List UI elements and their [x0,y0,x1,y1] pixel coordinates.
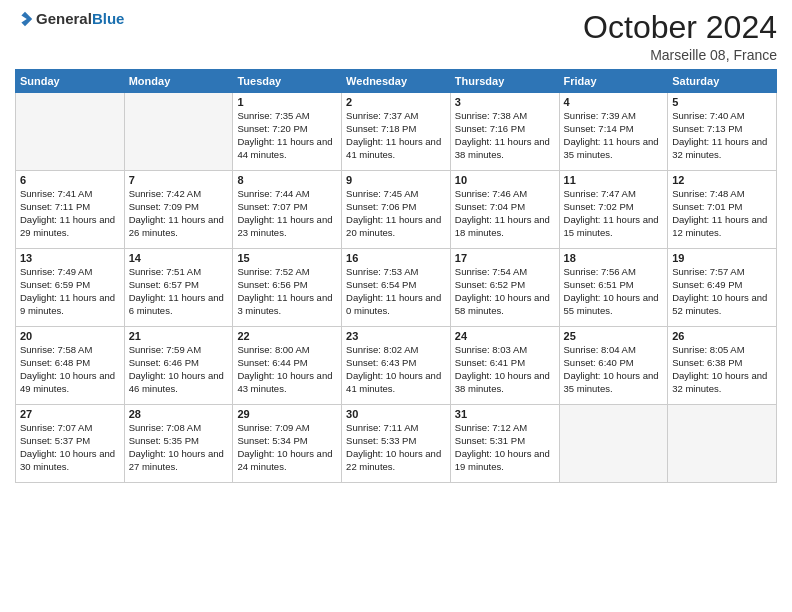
calendar-cell [16,93,125,171]
day-number: 9 [346,174,446,186]
day-number: 1 [237,96,337,108]
calendar-cell: 6Sunrise: 7:41 AMSunset: 7:11 PMDaylight… [16,171,125,249]
daylight-text: Daylight: 10 hours and [672,370,772,383]
sunset-text: Sunset: 6:52 PM [455,279,555,292]
sunset-text: Sunset: 5:35 PM [129,435,229,448]
day-number: 27 [20,408,120,420]
sunrise-text: Sunrise: 8:02 AM [346,344,446,357]
day-number: 21 [129,330,229,342]
day-number: 17 [455,252,555,264]
sunset-text: Sunset: 7:11 PM [20,201,120,214]
sunset-text: Sunset: 7:13 PM [672,123,772,136]
daylight-minutes-text: 18 minutes. [455,227,555,240]
daylight-text: Daylight: 11 hours and [237,136,337,149]
daylight-text: Daylight: 11 hours and [20,214,120,227]
sunrise-text: Sunrise: 7:53 AM [346,266,446,279]
calendar-cell: 1Sunrise: 7:35 AMSunset: 7:20 PMDaylight… [233,93,342,171]
calendar-cell: 27Sunrise: 7:07 AMSunset: 5:37 PMDayligh… [16,405,125,483]
calendar-cell: 12Sunrise: 7:48 AMSunset: 7:01 PMDayligh… [668,171,777,249]
calendar-cell: 11Sunrise: 7:47 AMSunset: 7:02 PMDayligh… [559,171,668,249]
sunrise-text: Sunrise: 7:09 AM [237,422,337,435]
daylight-minutes-text: 46 minutes. [129,383,229,396]
daylight-minutes-text: 24 minutes. [237,461,337,474]
sunrise-text: Sunrise: 8:00 AM [237,344,337,357]
svg-marker-0 [21,12,32,26]
daylight-text: Daylight: 10 hours and [455,448,555,461]
day-number: 15 [237,252,337,264]
day-number: 22 [237,330,337,342]
daylight-text: Daylight: 10 hours and [20,448,120,461]
daylight-minutes-text: 35 minutes. [564,149,664,162]
sunset-text: Sunset: 7:06 PM [346,201,446,214]
sunset-text: Sunset: 6:51 PM [564,279,664,292]
sunrise-text: Sunrise: 7:42 AM [129,188,229,201]
daylight-text: Daylight: 11 hours and [237,292,337,305]
sunrise-text: Sunrise: 7:12 AM [455,422,555,435]
sunrise-text: Sunrise: 7:57 AM [672,266,772,279]
logo-blue: Blue [92,10,125,27]
col-sunday: Sunday [16,70,125,93]
calendar-cell: 16Sunrise: 7:53 AMSunset: 6:54 PMDayligh… [342,249,451,327]
calendar-cell: 23Sunrise: 8:02 AMSunset: 6:43 PMDayligh… [342,327,451,405]
daylight-text: Daylight: 11 hours and [129,214,229,227]
daylight-minutes-text: 32 minutes. [672,383,772,396]
sunrise-text: Sunrise: 7:35 AM [237,110,337,123]
calendar-cell [559,405,668,483]
daylight-minutes-text: 0 minutes. [346,305,446,318]
daylight-text: Daylight: 11 hours and [20,292,120,305]
calendar-cell [124,93,233,171]
sunset-text: Sunset: 6:40 PM [564,357,664,370]
calendar-cell: 30Sunrise: 7:11 AMSunset: 5:33 PMDayligh… [342,405,451,483]
daylight-text: Daylight: 11 hours and [346,292,446,305]
sunset-text: Sunset: 6:59 PM [20,279,120,292]
day-number: 10 [455,174,555,186]
sunset-text: Sunset: 5:34 PM [237,435,337,448]
daylight-text: Daylight: 11 hours and [672,136,772,149]
sunrise-text: Sunrise: 8:03 AM [455,344,555,357]
daylight-minutes-text: 29 minutes. [20,227,120,240]
sunset-text: Sunset: 6:38 PM [672,357,772,370]
calendar-cell: 21Sunrise: 7:59 AMSunset: 6:46 PMDayligh… [124,327,233,405]
sunset-text: Sunset: 6:44 PM [237,357,337,370]
sunrise-text: Sunrise: 8:04 AM [564,344,664,357]
calendar-cell: 9Sunrise: 7:45 AMSunset: 7:06 PMDaylight… [342,171,451,249]
daylight-text: Daylight: 11 hours and [564,136,664,149]
calendar-cell: 17Sunrise: 7:54 AMSunset: 6:52 PMDayligh… [450,249,559,327]
day-number: 11 [564,174,664,186]
calendar-cell: 7Sunrise: 7:42 AMSunset: 7:09 PMDaylight… [124,171,233,249]
calendar-cell: 10Sunrise: 7:46 AMSunset: 7:04 PMDayligh… [450,171,559,249]
daylight-minutes-text: 35 minutes. [564,383,664,396]
calendar-week-5: 27Sunrise: 7:07 AMSunset: 5:37 PMDayligh… [16,405,777,483]
sunset-text: Sunset: 7:04 PM [455,201,555,214]
day-number: 31 [455,408,555,420]
sunrise-text: Sunrise: 7:41 AM [20,188,120,201]
daylight-text: Daylight: 10 hours and [455,292,555,305]
calendar-table: Sunday Monday Tuesday Wednesday Thursday… [15,69,777,483]
day-number: 28 [129,408,229,420]
sunrise-text: Sunrise: 8:05 AM [672,344,772,357]
daylight-minutes-text: 38 minutes. [455,149,555,162]
day-number: 26 [672,330,772,342]
sunrise-text: Sunrise: 7:54 AM [455,266,555,279]
sunset-text: Sunset: 7:20 PM [237,123,337,136]
sunset-text: Sunset: 6:49 PM [672,279,772,292]
daylight-minutes-text: 6 minutes. [129,305,229,318]
sunrise-text: Sunrise: 7:44 AM [237,188,337,201]
daylight-minutes-text: 27 minutes. [129,461,229,474]
daylight-minutes-text: 32 minutes. [672,149,772,162]
calendar-cell: 28Sunrise: 7:08 AMSunset: 5:35 PMDayligh… [124,405,233,483]
daylight-minutes-text: 19 minutes. [455,461,555,474]
header: GeneralBlue October 2024 Marseille 08, F… [15,10,777,63]
sunrise-text: Sunrise: 7:38 AM [455,110,555,123]
daylight-text: Daylight: 10 hours and [129,370,229,383]
sunset-text: Sunset: 7:02 PM [564,201,664,214]
sunset-text: Sunset: 7:01 PM [672,201,772,214]
sunrise-text: Sunrise: 7:46 AM [455,188,555,201]
day-number: 18 [564,252,664,264]
daylight-text: Daylight: 11 hours and [346,214,446,227]
day-number: 24 [455,330,555,342]
sunset-text: Sunset: 7:18 PM [346,123,446,136]
sunset-text: Sunset: 6:46 PM [129,357,229,370]
day-number: 6 [20,174,120,186]
day-number: 14 [129,252,229,264]
